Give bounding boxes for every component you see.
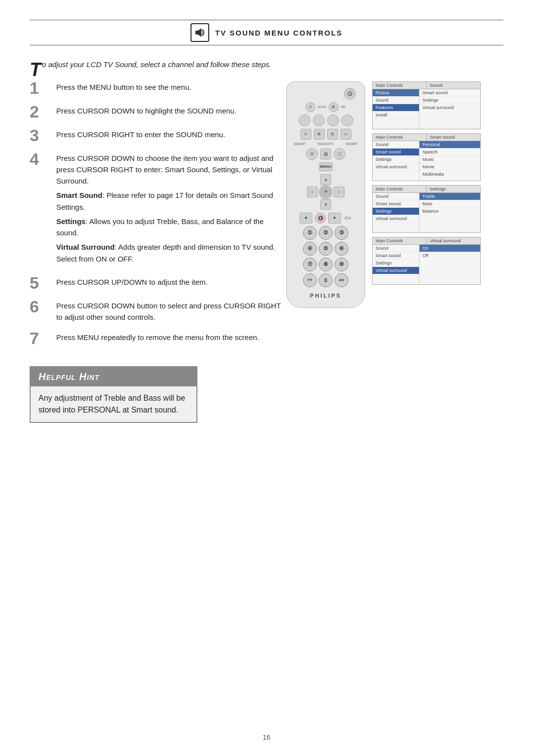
menu-screenshot-4: Main Controls Virtual surround Sound Sma… [372,237,481,285]
extra-btn-3[interactable]: ▢ [334,148,345,160]
menu3-item-settings: Settings [373,208,419,215]
special-btn-1[interactable]: ⊙ [301,129,311,140]
step-content-1: Press the MENU button to see the menu. [56,81,286,93]
step-number-7: 7 [30,330,49,346]
menu1-right-settings: Settings [419,97,480,104]
right-col-inner: ⏻ ⊙ A/CH ⊞ HD [286,81,481,308]
menu4-right: On Off [419,245,480,284]
step-number-3: 3 [30,127,49,144]
num-av-button[interactable]: AV [335,273,348,287]
menu3-right-bass: Bass [419,200,480,208]
num-5-button[interactable]: ⑤ [319,242,333,256]
main-content: 1 Press the MENU button to see the menu.… [30,81,503,423]
special-btn-3[interactable]: ⊟ [327,129,338,140]
menu1-item-features: Features [373,104,419,112]
label-row: SMART RADIO/TV SMART [292,142,360,146]
func-btn-4[interactable] [342,114,353,126]
extra-btn-1[interactable]: ② [306,148,318,160]
menu4-spacer [373,274,419,284]
num-4-button[interactable]: ④ [303,242,317,256]
func-btn-2[interactable] [313,114,325,126]
num-1-button[interactable]: ① [303,226,317,240]
num-2-button[interactable]: ② [319,226,333,240]
step-number-6: 6 [30,298,49,315]
special-btn-2[interactable]: ⊞ [314,129,325,140]
numpad: ① ② ③ ④ ⑤ ⑥ ⑦ ⑧ ⑨ TT 0 AV [303,226,348,287]
func-btn-3[interactable] [327,114,339,126]
menu-screenshot-1: Main Controls Sound Picture Sound Featur… [372,81,481,129]
volume-plus-button[interactable]: + [300,213,312,224]
menu4-item-smart-sound: Smart sound [373,252,419,260]
menu2-right-movie: Movie [419,163,480,171]
menus-column: Main Controls Sound Picture Sound Featur… [372,81,481,285]
menu3-item-sound: Sound [373,193,419,200]
num-9-button[interactable]: ⑨ [335,258,348,271]
nav-left-button[interactable]: ‹ [307,187,318,197]
menu1-left: Picture Sound Features Install [373,89,419,129]
num-6-button[interactable]: ⑥ [335,242,348,256]
step-4: 4 Press CURSOR DOWN to choose the item y… [30,152,286,267]
menu1-header: Main Controls Sound [373,82,480,89]
menu3-spacer [373,223,419,232]
hint-content: Any adjustment of Treble and Bass will b… [31,386,196,422]
right-column: ⏻ ⊙ A/CH ⊞ HD [286,81,503,423]
num-3-button[interactable]: ③ [335,226,348,240]
page-header: TV Sound Menu Controls [30,20,503,45]
menu3-right: Treble Bass Balance [419,193,480,232]
menu2-item-virtual: Virtual surround [373,163,419,171]
volume-minus-button[interactable]: + [328,213,341,224]
step-number-2: 2 [30,103,49,120]
num-tt-button[interactable]: TT [303,273,317,287]
special-buttons-row: ⊙ ⊞ ⊟ ▭ [292,129,360,140]
intro-text: o adjust your LCD TV Sound, select a cha… [42,60,271,69]
step-number-5: 5 [30,274,49,291]
menu1-item-picture: Picture [373,89,419,97]
menu-button[interactable]: MENU [319,162,333,171]
menu-screenshot-3: Main Controls Settings Sound Smart sound… [372,185,481,233]
power-button[interactable]: ⏻ [344,88,356,100]
menu3-left: Sound Smart sound Settings Virtual surro… [373,193,419,232]
menu1-col1-header: Main Controls [373,82,427,89]
special-btn-4[interactable]: ▭ [341,129,351,140]
step-content-3: Press CURSOR RIGHT to enter the SOUND me… [56,129,286,140]
menu1-body: Picture Sound Features Install Smart sou… [373,89,480,129]
volume-row: + 🔇 + CH [300,213,352,224]
step-content-5: Press CURSOR UP/DOWN to adjust the item. [56,276,286,288]
menu2-item-sound: Sound [373,141,419,149]
nav-center-button[interactable]: ✦ [319,185,333,199]
num-8-button[interactable]: ⑧ [319,258,333,271]
menu-screenshot-2: Main Controls Smart sound Sound Smart so… [372,133,481,181]
step-4-virtual-surround: Virtual Surround: Adds greater depth and… [56,241,286,265]
mute-button[interactable]: 🔇 [315,213,326,224]
step-5: 5 Press CURSOR UP/DOWN to adjust the ite… [30,276,286,291]
step-number-1: 1 [30,79,49,96]
menu3-right-treble: Treble [419,193,480,200]
nav-down-button[interactable]: ∨ [320,199,331,210]
source-button[interactable]: ⊙ [305,102,315,112]
menu2-right-multimedia: Multimedia [419,171,480,178]
steps-column: 1 Press the MENU button to see the menu.… [30,81,286,423]
step-4-smart-sound: Smart Sound: Please refer to page 17 for… [56,189,286,213]
extra-btn-2[interactable]: ▤ [320,149,331,159]
sound-icon [190,23,209,42]
menu2-col2-header: Smart sound [427,134,481,141]
step-content-7: Press MENU repeatedly to remove the menu… [56,332,286,343]
num-0-button[interactable]: 0 [319,273,333,287]
step-6: 6 Press CURSOR DOWN button to select and… [30,300,286,323]
menu1-right: Smart sound Settings Virtual surround [419,89,480,129]
extra-buttons-row: ② ▤ ▢ [292,148,360,160]
menu2-right: Personal Speech Music Movie Multimedia [419,141,480,181]
av-button[interactable]: ⊞ [329,102,339,112]
function-buttons-row [292,114,360,126]
num-7-button[interactable]: ⑦ [303,258,317,271]
menu1-item-install: Install [373,112,419,119]
menu3-right-balance: Balance [419,208,480,215]
func-btn-1[interactable] [299,114,310,126]
navigation-cross: ∧ ‹ ✦ › ∨ [306,174,345,210]
nav-right-button[interactable]: › [334,187,344,197]
step-1: 1 Press the MENU button to see the menu. [30,81,286,96]
menu2-right-speech: Speech [419,149,480,156]
nav-up-button[interactable]: ∧ [320,174,331,185]
menu2-spacer [373,171,419,181]
menu2-header: Main Controls Smart sound [373,134,480,141]
